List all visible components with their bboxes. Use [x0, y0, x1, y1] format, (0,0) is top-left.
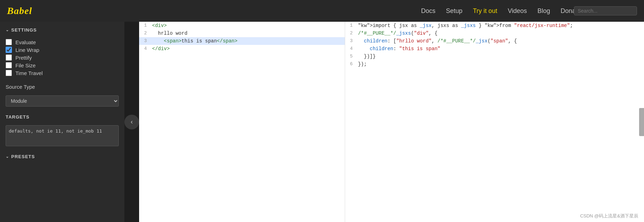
- source-type-label: Source Type: [6, 84, 119, 90]
- line-number: 2: [345, 29, 356, 37]
- line-number: 5: [345, 53, 356, 60]
- nav-item-videos[interactable]: Videos: [508, 7, 527, 15]
- input-line: 1<div>: [139, 22, 345, 29]
- editors: 1<div>2 hrllo word3 <span>this is span</…: [139, 22, 644, 222]
- presets-label: PRESETS: [11, 154, 35, 159]
- nav-item-setup[interactable]: Setup: [446, 7, 463, 15]
- input-pane[interactable]: 1<div>2 hrllo word3 <span>this is span</…: [139, 22, 345, 222]
- scroll-indicator[interactable]: [639, 108, 644, 136]
- nav-item-try-it-out[interactable]: Try it out: [473, 7, 497, 15]
- output-line: 5 })]}: [345, 53, 644, 60]
- line-number: 3: [139, 37, 150, 45]
- line-number: 2: [139, 29, 150, 37]
- line-content: </div>: [150, 45, 345, 53]
- line-number: 6: [345, 60, 356, 68]
- header: Babel DocsSetupTry it outVideosBlogDonat…: [0, 0, 644, 22]
- checkbox-label: File Size: [15, 62, 36, 68]
- checkbox-line-wrap[interactable]: [6, 47, 12, 53]
- sidebar: ⌄ SETTINGS EvaluateLine WrapPrettifyFile…: [0, 22, 124, 222]
- input-line: 4</div>: [139, 45, 345, 53]
- line-content: children: ["hrllo word", /*#__PURE__*/_j…: [356, 37, 644, 45]
- checkbox-time-travel[interactable]: [6, 70, 12, 76]
- source-type-select[interactable]: Module Script: [6, 95, 119, 107]
- input-line: 2 hrllo word: [139, 29, 345, 37]
- output-line: 1"kw">import { jsx as _jsx, jsxs as _jsx…: [345, 22, 644, 29]
- line-content: "kw">import { jsx as _jsx, jsxs as _jsxs…: [356, 22, 644, 29]
- checkbox-label: Time Travel: [15, 70, 43, 76]
- checkbox-evaluate[interactable]: [6, 39, 12, 45]
- checkbox-item-time-travel[interactable]: Time Travel: [6, 69, 119, 77]
- line-number: 4: [139, 45, 150, 53]
- search-input[interactable]: [574, 6, 637, 15]
- output-line: 6});: [345, 60, 644, 68]
- checkboxes-container: EvaluateLine WrapPrettifyFile SizeTime T…: [6, 38, 119, 77]
- targets-textarea[interactable]: defaults, not ie 11, not ie_mob 11: [6, 125, 119, 146]
- line-content: hrllo word: [150, 29, 345, 37]
- line-content: <div>: [150, 22, 345, 29]
- targets-header: TARGETS: [6, 114, 119, 120]
- watermark: CSDN @码上流星&酒下星辰: [580, 213, 638, 219]
- nav-item-blog[interactable]: Blog: [537, 7, 550, 15]
- output-line: 3 children: ["hrllo word", /*#__PURE__*/…: [345, 37, 644, 45]
- line-content: /*#__PURE__*/_jsxs("div", {: [356, 29, 644, 37]
- output-pane[interactable]: 1"kw">import { jsx as _jsx, jsxs as _jsx…: [345, 22, 644, 222]
- presets-chevron-icon: ⌄: [6, 154, 9, 159]
- content-row: ⌄ SETTINGS EvaluateLine WrapPrettifyFile…: [0, 22, 644, 222]
- input-line: 3 <span>this is span</span>: [139, 37, 345, 45]
- checkbox-item-line-wrap[interactable]: Line Wrap: [6, 46, 119, 54]
- output-line: 2/*#__PURE__*/_jsxs("div", {: [345, 29, 644, 37]
- checkbox-item-evaluate[interactable]: Evaluate: [6, 38, 119, 46]
- nav-item-docs[interactable]: Docs: [421, 7, 436, 15]
- checkbox-label: Line Wrap: [15, 47, 39, 53]
- line-content: })]}: [356, 53, 644, 60]
- presets-header: ⌄ PRESETS: [6, 154, 119, 159]
- line-content: children: "this is span": [356, 45, 644, 53]
- line-number: 1: [139, 22, 150, 29]
- settings-header: ⌄ SETTINGS: [6, 27, 119, 33]
- line-number: 3: [345, 37, 356, 45]
- checkbox-label: Prettify: [15, 55, 32, 61]
- settings-chevron-icon: ⌄: [6, 28, 9, 32]
- checkbox-item-file-size[interactable]: File Size: [6, 61, 119, 69]
- checkbox-label: Evaluate: [15, 39, 36, 45]
- line-number: 4: [345, 45, 356, 53]
- line-content: });: [356, 60, 644, 68]
- settings-label: SETTINGS: [11, 27, 37, 33]
- checkbox-file-size[interactable]: [6, 62, 12, 68]
- checkbox-item-prettify[interactable]: Prettify: [6, 54, 119, 61]
- output-line: 4 children: "this is span": [345, 45, 644, 53]
- line-number: 1: [345, 22, 356, 29]
- logo: Babel: [7, 5, 32, 16]
- line-content: <span>this is span</span>: [150, 37, 345, 45]
- collapse-sidebar-button[interactable]: ‹: [124, 115, 139, 129]
- checkbox-prettify[interactable]: [6, 54, 12, 61]
- collapse-icon: ‹: [131, 118, 133, 126]
